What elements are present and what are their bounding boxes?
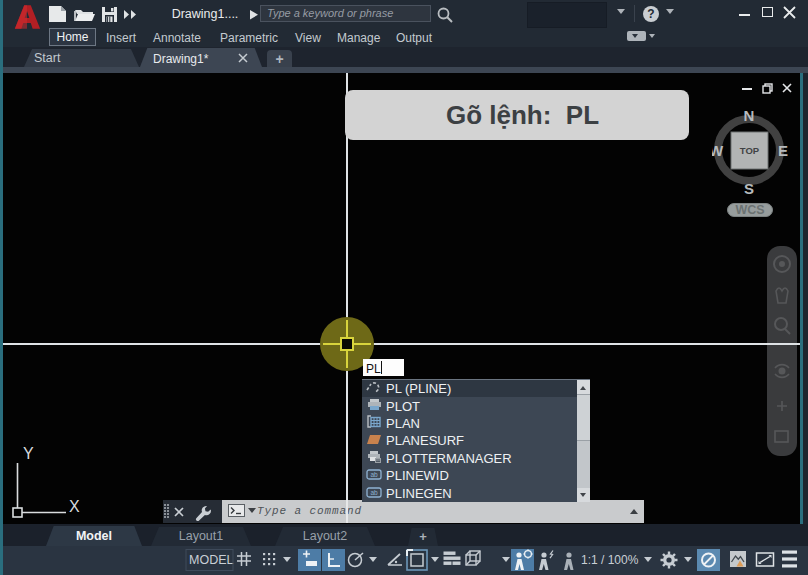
svg-text:?: ?	[647, 7, 654, 21]
svg-text:E: E	[778, 142, 788, 159]
svg-text:S: S	[744, 180, 754, 196]
svg-text:ab: ab	[370, 489, 378, 496]
svg-text:ab: ab	[370, 471, 378, 478]
svg-text:TOP: TOP	[740, 145, 760, 156]
svg-text:Y: Y	[23, 445, 34, 462]
svg-text:N: N	[744, 107, 755, 124]
svg-text:X: X	[69, 498, 80, 515]
svg-text:W: W	[712, 142, 724, 159]
